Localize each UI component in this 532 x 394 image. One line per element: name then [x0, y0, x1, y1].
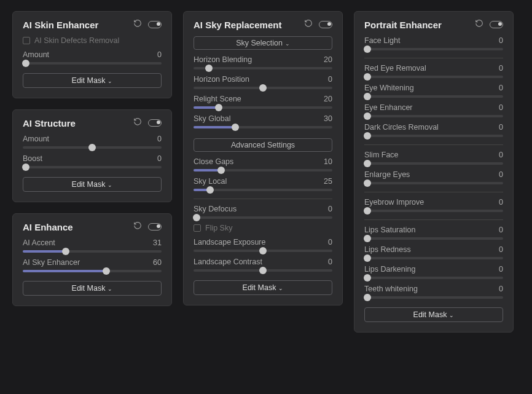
edit-mask-button[interactable]: Edit Mask⌄: [23, 177, 162, 192]
slider-thumb[interactable]: [364, 93, 371, 100]
visibility-toggle[interactable]: [148, 223, 162, 230]
slider-label: Sky Local: [194, 177, 227, 186]
slider-thumb[interactable]: [364, 132, 371, 140]
slider-thumb[interactable]: [232, 124, 239, 131]
slider-value: 0: [499, 123, 503, 132]
slider-track[interactable]: [364, 48, 503, 50]
slider-label: Eye Enhancer: [364, 103, 413, 112]
slider-thumb[interactable]: [22, 60, 29, 67]
slider-label: Close Gaps: [194, 157, 233, 166]
defects-checkbox[interactable]: AI Skin Defects Removal: [23, 36, 162, 45]
slider-track[interactable]: [364, 257, 503, 259]
slider-track[interactable]: [23, 146, 162, 149]
slider-thumb[interactable]: [364, 294, 371, 301]
slider-row: Amount0: [23, 50, 162, 59]
slider-thumb[interactable]: [364, 254, 371, 262]
visibility-toggle[interactable]: [490, 21, 503, 28]
slider-label: AI Accent: [23, 238, 55, 247]
slider-track[interactable]: [23, 62, 162, 65]
slider-thumb[interactable]: [215, 104, 222, 111]
slider-row: Horizon Position0: [194, 75, 332, 84]
slider-track[interactable]: [23, 250, 162, 253]
edit-mask-button[interactable]: Edit Mask⌄: [23, 73, 162, 88]
slider-track[interactable]: [23, 166, 162, 168]
visibility-toggle[interactable]: [319, 21, 332, 28]
slider-thumb[interactable]: [364, 112, 371, 120]
slider-track[interactable]: [194, 250, 332, 252]
reset-icon[interactable]: [133, 221, 142, 232]
slider-thumb[interactable]: [62, 248, 69, 255]
slider-thumb[interactable]: [364, 45, 371, 53]
visibility-toggle[interactable]: [148, 119, 162, 127]
slider-label: Lips Redness: [364, 245, 411, 254]
slider-track[interactable]: [364, 210, 503, 212]
slider-track[interactable]: [194, 216, 332, 219]
slider-thumb[interactable]: [259, 267, 267, 274]
slider-thumb[interactable]: [206, 186, 214, 194]
slider-row: AI Sky Enhancer60: [23, 258, 162, 267]
slider-thumb[interactable]: [364, 207, 371, 215]
slider-value: 25: [324, 177, 332, 186]
slider-thumb[interactable]: [22, 164, 29, 171]
slider-track[interactable]: [194, 126, 332, 128]
slider-track[interactable]: [194, 106, 332, 109]
advanced-settings-button[interactable]: Advanced Settings: [194, 138, 332, 152]
slider-value: 0: [157, 154, 162, 163]
edit-mask-button[interactable]: Edit Mask⌄: [23, 281, 162, 296]
slider-track[interactable]: [364, 182, 503, 184]
slider-track[interactable]: [364, 76, 503, 78]
slider-thumb[interactable]: [364, 274, 371, 282]
slider-track[interactable]: [194, 67, 332, 69]
slider-track[interactable]: [364, 162, 503, 165]
slider-row: Amount0: [23, 135, 162, 143]
slider-thumb[interactable]: [217, 167, 225, 174]
slider-label: Lips Darkening: [364, 265, 415, 274]
slider-value: 0: [499, 170, 503, 179]
slider-track[interactable]: [364, 95, 503, 98]
slider-value: 31: [153, 238, 162, 247]
flip-sky-checkbox[interactable]: Flip Sky: [194, 224, 332, 232]
slider-value: 0: [328, 258, 332, 266]
reset-icon[interactable]: [304, 19, 313, 30]
slider-track[interactable]: [194, 269, 332, 272]
slider-thumb[interactable]: [364, 179, 371, 187]
reset-icon[interactable]: [133, 117, 142, 128]
slider-thumb[interactable]: [259, 247, 267, 254]
sky-selection-button[interactable]: Sky Selection⌄: [194, 36, 332, 50]
panel-skin-enhancer: AI Skin Enhancer AI Skin Defects Removal…: [12, 11, 172, 98]
panel-portrait-enhancer: Portrait Enhancer Face Light0 Red Eye Re…: [354, 11, 514, 333]
slider-label: Sky Global: [194, 114, 230, 123]
slider-track[interactable]: [364, 277, 503, 279]
visibility-toggle[interactable]: [148, 21, 162, 28]
slider-thumb[interactable]: [259, 84, 267, 92]
slider-track[interactable]: [194, 87, 332, 89]
slider-value: 0: [499, 84, 503, 92]
slider-label: Horizon Position: [194, 75, 249, 84]
slider-thumb[interactable]: [193, 214, 200, 221]
divider: [194, 199, 332, 199]
slider-value: 0: [157, 135, 162, 143]
slider-label: Enlarge Eyes: [364, 170, 410, 179]
edit-mask-button[interactable]: Edit Mask⌄: [194, 280, 332, 295]
reset-icon[interactable]: [133, 19, 142, 30]
slider-thumb[interactable]: [103, 267, 110, 275]
divider: [364, 144, 503, 145]
slider-label: Landscape Contrast: [194, 258, 262, 266]
slider-track[interactable]: [23, 270, 162, 272]
slider-row: Sky Defocus0: [194, 205, 332, 213]
slider-track[interactable]: [364, 237, 503, 240]
slider-track[interactable]: [194, 169, 332, 171]
slider-row: Relight Scene20: [194, 95, 332, 103]
slider-thumb[interactable]: [364, 160, 371, 167]
slider-thumb[interactable]: [88, 144, 96, 151]
slider-track[interactable]: [194, 189, 332, 191]
edit-mask-button[interactable]: Edit Mask⌄: [364, 307, 503, 322]
slider-track[interactable]: [364, 115, 503, 117]
slider-track[interactable]: [364, 135, 503, 137]
slider-thumb[interactable]: [364, 73, 371, 81]
slider-track[interactable]: [364, 296, 503, 299]
slider-thumb[interactable]: [364, 235, 371, 242]
reset-icon[interactable]: [475, 19, 483, 30]
slider-thumb[interactable]: [205, 65, 213, 72]
slider-label: Eye Whitening: [364, 84, 414, 92]
